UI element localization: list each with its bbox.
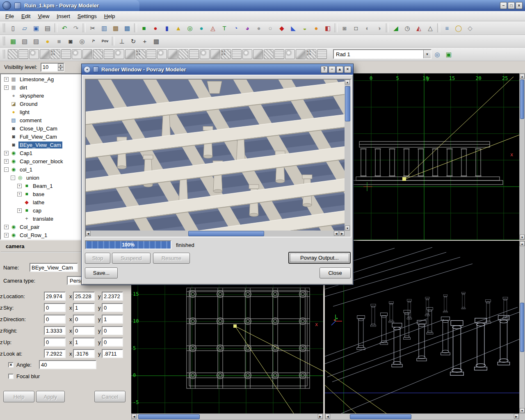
close-button[interactable]: ×	[516, 2, 523, 9]
persp-view-hscroll[interactable]: ◀ ▶	[325, 413, 519, 420]
triangle-icon[interactable]: △	[425, 23, 436, 33]
coordinate-axes-icon[interactable]: ⊥	[116, 36, 127, 46]
texture-map-icon[interactable]	[61, 49, 71, 59]
stop-button[interactable]: Stop	[85, 253, 110, 264]
lookat-x-field[interactable]	[44, 349, 66, 358]
texture-map-icon[interactable]	[125, 49, 135, 59]
persp-view-vscroll[interactable]: ▲ ▼	[519, 241, 525, 413]
clock-icon[interactable]: ◷	[402, 23, 413, 33]
graphical-objects-icon[interactable]: ▦	[8, 36, 18, 46]
scroll-thumb[interactable]	[188, 231, 264, 236]
scroll-left-icon[interactable]: ◀	[334, 231, 339, 236]
toolbar-grip[interactable]	[2, 23, 6, 32]
csg-special-icon[interactable]: ◧	[322, 23, 333, 33]
right-z-field[interactable]	[102, 326, 123, 335]
new-icon[interactable]: ▯	[8, 23, 18, 33]
texture-library-icon[interactable]: ▣	[443, 49, 454, 59]
declare-combo[interactable]: Rad 1▼	[333, 49, 431, 59]
superellipsoid-icon[interactable]: ●	[311, 23, 322, 33]
sky-y-field[interactable]	[73, 303, 95, 312]
quadric-icon[interactable]: ◇	[465, 23, 475, 33]
save-icon[interactable]: ▣	[31, 23, 41, 33]
declare-icon[interactable]: ▧	[19, 36, 30, 46]
plan-view-hscroll[interactable]: ◀ ▶	[131, 413, 323, 420]
scroll-right-icon[interactable]: ▶	[514, 414, 519, 419]
light-source-icon[interactable]: ●	[42, 36, 53, 46]
copy-icon[interactable]: ▥	[99, 23, 110, 33]
paste-icon[interactable]: ▩	[110, 23, 121, 33]
visibility-spinbox[interactable]: ▲ ▼	[41, 63, 64, 72]
sphere-gray-icon[interactable]: ●	[253, 23, 264, 33]
scroll-thumb[interactable]	[345, 86, 350, 121]
scroll-left-icon[interactable]: ◀	[86, 231, 91, 236]
maximize-button[interactable]: □	[508, 2, 515, 9]
sky-x-field[interactable]	[44, 303, 66, 312]
combo-dropdown-icon[interactable]: ▼	[423, 50, 431, 58]
texture-map-icon[interactable]: 0.1 0.3	[136, 49, 146, 59]
prism-icon[interactable]: ◣	[288, 23, 299, 33]
cylinder-icon[interactable]: ▮	[162, 23, 172, 33]
undo-icon[interactable]: ↶	[59, 23, 70, 33]
heightfield-icon[interactable]: ◬	[208, 23, 218, 33]
texture-map-icon[interactable]	[72, 49, 82, 59]
lookat-y-field[interactable]	[73, 349, 95, 358]
texture-map-icon[interactable]	[296, 49, 306, 59]
box-icon[interactable]: ■	[139, 23, 149, 33]
texture-map-icon[interactable]	[285, 49, 295, 59]
expand-icon[interactable]: +	[4, 85, 9, 90]
scroll-right-icon[interactable]: ▶	[340, 231, 345, 236]
rotate-tool-icon[interactable]: ↻	[128, 36, 139, 46]
sphere-icon[interactable]: ●	[150, 23, 161, 33]
scroll-down-icon[interactable]: ▼	[520, 408, 525, 413]
visibility-input[interactable]	[41, 64, 58, 71]
suspend-button[interactable]: Suspend	[112, 253, 151, 264]
intersection-icon[interactable]: ◘	[351, 23, 361, 33]
expand-icon[interactable]: +	[17, 192, 22, 196]
difference-icon[interactable]: ◐	[362, 23, 373, 33]
texture-map-icon[interactable]	[242, 49, 252, 59]
scroll-thumb[interactable]	[350, 414, 411, 419]
resume-button[interactable]: Resume	[153, 253, 190, 264]
render-vscroll[interactable]: ▲ ▼	[345, 80, 351, 231]
texture-map-icon[interactable]	[8, 49, 18, 59]
collapse-icon[interactable]: -	[11, 176, 15, 180]
expand-icon[interactable]: +	[4, 77, 9, 82]
union-icon[interactable]: ◙	[339, 23, 350, 33]
merge-icon[interactable]: ◑	[374, 23, 384, 33]
ring-icon[interactable]: ◯	[453, 23, 464, 33]
texture-map-icon[interactable]	[317, 49, 327, 59]
texture-map-icon[interactable]	[253, 49, 263, 59]
window-menu-button[interactable]	[2, 1, 11, 10]
up-z-field[interactable]	[102, 338, 123, 347]
scroll-up-icon[interactable]: ▲	[520, 74, 525, 79]
front-view-vscroll[interactable]: ▲ ▼	[519, 73, 525, 240]
paste-special-icon[interactable]: ▩	[122, 23, 132, 33]
scroll-right-icon[interactable]: ▶	[318, 414, 323, 419]
direction-y-field[interactable]	[73, 315, 95, 324]
comment-icon[interactable]: /*	[88, 36, 99, 46]
angle-checkbox[interactable]: ×	[8, 362, 14, 368]
camera-icon[interactable]: ◙	[65, 36, 76, 46]
location-z-field[interactable]	[102, 292, 123, 301]
scroll-down-icon[interactable]: ▼	[520, 235, 525, 240]
dialog-close-button[interactable]: ×	[344, 66, 351, 73]
texture-map-icon[interactable]	[274, 49, 284, 59]
persp-canvas[interactable]	[325, 241, 519, 413]
menu-settings[interactable]: Settings	[74, 12, 100, 20]
mesh-icon[interactable]: ≡	[442, 23, 452, 33]
sky-z-field[interactable]	[102, 303, 123, 312]
interior-icon[interactable]: ◢	[390, 23, 401, 33]
expand-icon[interactable]: +	[4, 159, 9, 164]
preview-icon[interactable]: ◎	[432, 49, 443, 59]
expand-icon[interactable]: +	[4, 225, 9, 229]
texture-map-icon[interactable]	[93, 49, 103, 59]
angle-field[interactable]	[39, 360, 96, 369]
material-icon[interactable]: ■	[54, 36, 64, 46]
texture-map-icon[interactable]	[189, 49, 199, 59]
pigment-icon[interactable]: ▨	[31, 36, 41, 46]
help-button[interactable]: Help	[3, 391, 34, 402]
snap-grid-icon[interactable]: ▩	[151, 36, 162, 46]
texture-map-icon[interactable]	[40, 49, 50, 59]
scroll-left-icon[interactable]: ◀	[325, 414, 330, 419]
scroll-thumb[interactable]	[520, 80, 524, 119]
